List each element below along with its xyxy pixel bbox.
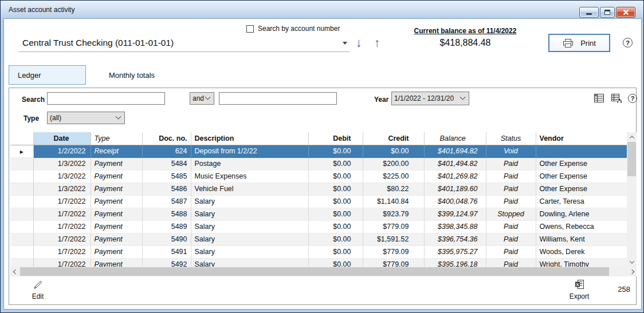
cell-credit[interactable]: $779.09: [363, 258, 424, 267]
type-select[interactable]: (all): [47, 112, 125, 124]
scroll-right-button[interactable]: [627, 267, 637, 276]
cell-doc[interactable]: 5485: [142, 170, 191, 183]
cell-vendor[interactable]: Dowling, Arlene: [536, 208, 627, 220]
row-selector-cell[interactable]: [10, 245, 33, 258]
cell-credit[interactable]: $1,591.52: [363, 233, 424, 245]
cell-vendor[interactable]: Wright, Timothy: [536, 258, 627, 267]
cell-debit[interactable]: $0.00: [308, 145, 363, 157]
grid-view-button[interactable]: [594, 93, 604, 103]
vertical-scrollbar[interactable]: [627, 132, 637, 267]
scroll-down-button[interactable]: [627, 257, 637, 267]
cell-status[interactable]: Paid: [486, 183, 536, 195]
cell-status[interactable]: Paid: [486, 233, 536, 245]
cell-doc[interactable]: 5492: [142, 258, 191, 267]
horizontal-scrollbar[interactable]: [10, 267, 637, 276]
column-header-desc[interactable]: Description: [191, 132, 308, 145]
cell-vendor[interactable]: Other Expense: [536, 183, 627, 195]
table-row[interactable]: 1/3/2022Payment5484Postage$0.00$200.00$4…: [10, 157, 627, 170]
cell-balance[interactable]: $401,494.82: [424, 157, 486, 170]
cell-status[interactable]: Paid: [486, 258, 536, 267]
row-selector-cell[interactable]: [10, 258, 33, 267]
table-row[interactable]: ▶1/2/2022Receipt624Deposit from 1/2/22$0…: [10, 145, 627, 157]
cell-desc[interactable]: Salary: [191, 208, 308, 220]
cell-date[interactable]: 1/7/2022: [33, 245, 91, 258]
cell-vendor[interactable]: Williams, Kent: [536, 233, 627, 245]
cell-type[interactable]: Payment: [91, 208, 142, 220]
row-selector-cell[interactable]: [10, 170, 33, 183]
column-header-credit[interactable]: Credit: [363, 132, 424, 145]
cell-credit[interactable]: $779.09: [363, 245, 424, 258]
cell-debit[interactable]: $0.00: [308, 208, 363, 220]
cell-desc[interactable]: Postage: [191, 157, 308, 170]
edit-button[interactable]: Edit: [25, 279, 51, 300]
cell-balance[interactable]: $396,754.36: [424, 233, 486, 245]
cell-debit[interactable]: $0.00: [308, 157, 363, 170]
cell-doc[interactable]: 5486: [142, 183, 191, 195]
search-operator-select[interactable]: and: [190, 92, 214, 105]
cell-balance[interactable]: $398,345.88: [424, 220, 486, 233]
cell-type[interactable]: Payment: [91, 220, 142, 233]
scroll-up-button[interactable]: [627, 132, 637, 142]
table-row[interactable]: 1/3/2022Payment5486Vehicle Fuel$0.00$80.…: [10, 183, 627, 195]
next-account-button[interactable]: ↓: [351, 34, 366, 51]
cell-credit[interactable]: $225.00: [363, 170, 424, 183]
cell-status[interactable]: Void: [486, 145, 536, 157]
cell-doc[interactable]: 5488: [142, 208, 191, 220]
table-row[interactable]: 1/7/2022Payment5488Salary$0.00$923.79$39…: [10, 208, 627, 220]
print-button[interactable]: Print: [548, 34, 610, 52]
cell-debit[interactable]: $0.00: [308, 233, 363, 245]
cell-credit[interactable]: $1,140.84: [363, 195, 424, 208]
cell-vendor[interactable]: Other Expense: [536, 170, 627, 183]
table-row[interactable]: 1/7/2022Payment5489Salary$0.00$779.09$39…: [10, 220, 627, 233]
cell-date[interactable]: 1/7/2022: [33, 208, 91, 220]
cell-vendor[interactable]: Carter, Teresa: [536, 195, 627, 208]
table-row[interactable]: 1/7/2022Payment5491Salary$0.00$779.09$39…: [10, 245, 627, 258]
refresh-grid-button[interactable]: [611, 93, 622, 103]
tab-monthly-totals[interactable]: Monthly totals: [86, 65, 178, 85]
column-header-status[interactable]: Status: [486, 132, 536, 145]
row-selector-cell[interactable]: [10, 183, 33, 195]
cell-type[interactable]: Payment: [91, 258, 142, 267]
cell-balance[interactable]: $395,975.27: [424, 245, 486, 258]
vertical-scroll-thumb[interactable]: [627, 142, 636, 176]
cell-balance[interactable]: $399,124.97: [424, 208, 486, 220]
cell-type[interactable]: Payment: [91, 233, 142, 245]
row-selector-cell[interactable]: [10, 208, 33, 220]
cell-credit[interactable]: $200.00: [363, 157, 424, 170]
cell-desc[interactable]: Salary: [191, 220, 308, 233]
cell-desc[interactable]: Salary: [191, 258, 308, 267]
account-combobox[interactable]: Central Trust Checking (011-01-01-01): [18, 34, 350, 52]
cell-status[interactable]: Paid: [486, 195, 536, 208]
cell-vendor[interactable]: Owens, Rebecca: [536, 220, 627, 233]
table-row[interactable]: 1/7/2022Payment5492Salary$0.00$779.09$39…: [10, 258, 627, 267]
column-header-vendor[interactable]: Vendor: [536, 132, 627, 145]
maximize-button[interactable]: [600, 7, 615, 18]
tab-ledger[interactable]: Ledger: [9, 65, 86, 85]
cell-vendor[interactable]: Woods, Derek: [536, 245, 627, 258]
cell-desc[interactable]: Salary: [191, 195, 308, 208]
cell-debit[interactable]: $0.00: [308, 245, 363, 258]
row-selector-cell[interactable]: [10, 220, 33, 233]
column-header-date[interactable]: Date: [33, 132, 91, 145]
row-selector-cell[interactable]: [10, 157, 33, 170]
cell-credit[interactable]: $923.79: [363, 208, 424, 220]
scroll-left-button[interactable]: [10, 267, 20, 276]
row-selector-cell[interactable]: ▶: [10, 145, 33, 157]
column-header-balance[interactable]: Balance: [424, 132, 486, 145]
search-input-1[interactable]: [47, 92, 165, 105]
cell-desc[interactable]: Music Expenses: [191, 170, 308, 183]
table-row[interactable]: 1/7/2022Payment5487Salary$0.00$1,140.84$…: [10, 195, 627, 208]
cell-desc[interactable]: Deposit from 1/2/22: [191, 145, 308, 157]
cell-debit[interactable]: $0.00: [308, 258, 363, 267]
titlebar[interactable]: Asset account activity: [1, 1, 643, 18]
cell-status[interactable]: Paid: [486, 170, 536, 183]
cell-date[interactable]: 1/7/2022: [33, 195, 91, 208]
cell-doc[interactable]: 624: [142, 145, 191, 157]
cell-status[interactable]: Paid: [486, 245, 536, 258]
cell-status[interactable]: Stopped: [486, 208, 536, 220]
cell-credit[interactable]: $80.22: [363, 183, 424, 195]
grid-help-button[interactable]: ?: [628, 94, 637, 103]
row-selector-cell[interactable]: [10, 233, 33, 245]
horizontal-scroll-thumb[interactable]: [20, 267, 609, 276]
close-button[interactable]: [616, 7, 635, 18]
